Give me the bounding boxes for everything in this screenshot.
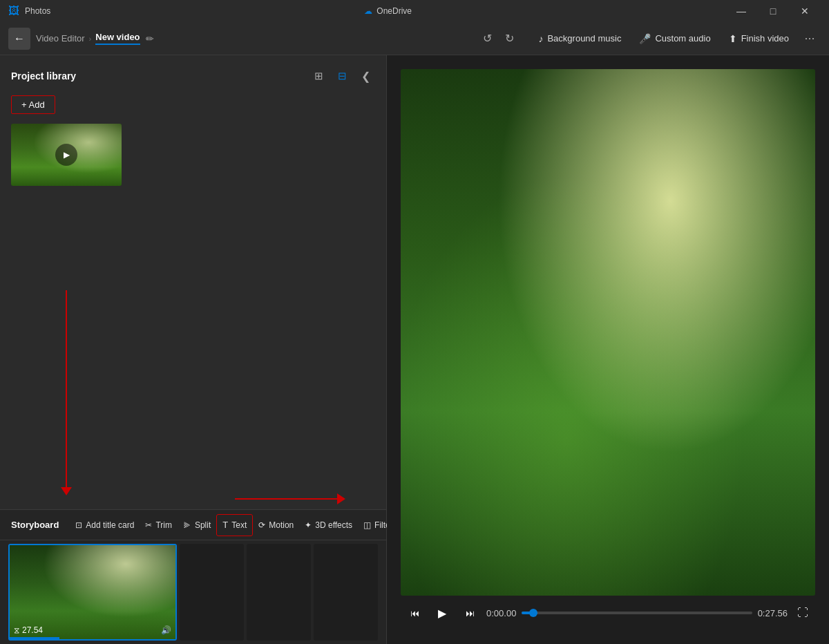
back-icon: ← (14, 32, 25, 45)
video-thumbnail (401, 69, 815, 596)
collapse-icon: ❮ (361, 70, 370, 83)
background-music-label: Background music (547, 33, 621, 44)
play-icon: ▶ (64, 150, 70, 160)
split-icon: ⫸ (183, 520, 191, 530)
library-items: ▶ (11, 124, 375, 186)
filters-icon: ◫ (363, 520, 371, 530)
titlebar: 🖼 Photos ☁ OneDrive — □ ✕ (0, 0, 829, 22)
menubar-actions: ♪ Background music 🎤 Custom audio ⬆ Fini… (530, 27, 821, 50)
text-label: Text (231, 520, 247, 530)
skip-back-icon: ⏮ (410, 608, 419, 618)
right-panel: ⏮ ▶ ⏭ 0:00.00 0:27.56 ⛶ (387, 55, 829, 644)
skip-forward-icon: ⏭ (466, 608, 475, 618)
titlebar-left: 🖼 Photos (8, 5, 50, 17)
collapse-panel-button[interactable]: ❮ (356, 66, 375, 86)
storyboard-content: ⧖ 27.54 🔊 (0, 540, 386, 644)
split-button[interactable]: ⫸ Split (178, 514, 216, 536)
export-icon: ⬆ (729, 33, 737, 44)
menubar: ← Video Editor › New video ✏ ↺ ↻ ♪ Backg… (0, 22, 829, 55)
minimize-button[interactable]: — (725, 0, 757, 22)
undo-button[interactable]: ↺ (477, 29, 497, 48)
fullscreen-icon: ⛶ (797, 607, 808, 619)
list-view-button[interactable]: ⊟ (332, 66, 352, 86)
effects-3d-button[interactable]: ✦ 3D effects (299, 514, 358, 536)
onedrive-icon: ☁ (364, 6, 372, 16)
storyboard-header: Storyboard ⊡ Add title card ✂ Trim ⫸ Spl… (0, 510, 386, 540)
storyboard-section: Storyboard ⊡ Add title card ✂ Trim ⫸ Spl… (0, 509, 386, 644)
clip-audio-icon: 🔊 (161, 625, 171, 635)
storyboard-empty-slot-2 (247, 544, 311, 641)
library-header: Project library ⊞ ⊟ ❮ (11, 66, 375, 86)
finish-video-button[interactable]: ⬆ Finish video (721, 27, 797, 50)
main-content: Project library ⊞ ⊟ ❮ + Add (0, 55, 829, 644)
music-icon: ♪ (538, 33, 543, 44)
total-time: 0:27.56 (758, 608, 788, 618)
title-card-icon: ⊡ (75, 520, 82, 530)
storyboard-empty-slot-1 (180, 544, 244, 641)
app-title: Photos (25, 6, 50, 16)
motion-icon: ⟳ (258, 520, 265, 530)
text-button[interactable]: T Text (216, 514, 253, 536)
project-library: Project library ⊞ ⊟ ❮ + Add (0, 55, 386, 509)
app-icon: 🖼 (8, 5, 19, 17)
effects-icon: ✦ (305, 520, 312, 530)
grid-view-button[interactable]: ⊞ (309, 66, 328, 86)
progress-bar[interactable] (522, 612, 752, 614)
redo-button[interactable]: ↻ (499, 29, 519, 48)
custom-audio-label: Custom audio (655, 33, 710, 44)
play-overlay: ▶ (55, 144, 77, 166)
library-controls: ⊞ ⊟ ❮ (309, 66, 375, 86)
trim-button[interactable]: ✂ Trim (140, 514, 178, 536)
maximize-button[interactable]: □ (757, 0, 789, 22)
titlebar-controls: — □ ✕ (725, 0, 821, 22)
breadcrumb-parent[interactable]: Video Editor (36, 33, 85, 44)
add-media-button[interactable]: + Add (11, 95, 55, 114)
edit-title-icon[interactable]: ✏ (146, 33, 154, 44)
fullscreen-button[interactable]: ⛶ (793, 603, 812, 623)
breadcrumb-current: New video (95, 32, 140, 45)
progress-thumb (529, 609, 537, 617)
add-title-card-label: Add title card (86, 520, 134, 530)
clip-progress-bar (10, 637, 59, 639)
storyboard-title: Storyboard (11, 520, 59, 530)
split-label: Split (195, 520, 211, 530)
undo-redo-controls: ↺ ↻ (477, 29, 519, 48)
skip-back-button[interactable]: ⏮ (403, 602, 426, 624)
custom-audio-button[interactable]: 🎤 Custom audio (631, 27, 718, 50)
storyboard-clip[interactable]: ⧖ 27.54 🔊 (8, 544, 177, 641)
text-icon: T (222, 520, 228, 530)
add-title-card-button[interactable]: ⊡ Add title card (70, 514, 140, 536)
motion-label: Motion (269, 520, 294, 530)
storyboard-empty-slot-3 (314, 544, 378, 641)
library-item[interactable]: ▶ (11, 124, 122, 186)
finish-video-label: Finish video (741, 33, 789, 44)
video-controls: ⏮ ▶ ⏭ 0:00.00 0:27.56 ⛶ (401, 596, 815, 630)
trim-icon: ✂ (145, 520, 152, 530)
video-preview (401, 69, 815, 596)
duration-value: 27.54 (22, 625, 43, 635)
audio-icon: 🎤 (639, 33, 651, 44)
more-options-button[interactable]: ··· (799, 28, 821, 50)
current-time: 0:00.00 (486, 608, 516, 618)
onedrive-label: OneDrive (377, 6, 412, 16)
close-button[interactable]: ✕ (789, 0, 821, 22)
back-button[interactable]: ← (8, 28, 30, 50)
background-music-button[interactable]: ♪ Background music (530, 27, 629, 50)
breadcrumb-separator: › (89, 35, 92, 43)
play-pause-icon: ▶ (438, 607, 446, 620)
clip-duration: ⧖ 27.54 (14, 625, 43, 635)
left-panel: Project library ⊞ ⊟ ❮ + Add (0, 55, 387, 644)
effects-3d-label: 3D effects (315, 520, 352, 530)
duration-icon: ⧖ (14, 625, 19, 635)
skip-forward-button[interactable]: ⏭ (459, 602, 481, 624)
trim-label: Trim (155, 520, 172, 530)
breadcrumb: Video Editor › New video (36, 32, 140, 45)
motion-button[interactable]: ⟳ Motion (253, 514, 299, 536)
onedrive-area: ☁ OneDrive (364, 6, 412, 16)
play-button[interactable]: ▶ (431, 602, 453, 624)
library-title: Project library (11, 70, 76, 82)
grid-icon: ⊞ (314, 70, 323, 82)
list-icon: ⊟ (338, 70, 347, 82)
